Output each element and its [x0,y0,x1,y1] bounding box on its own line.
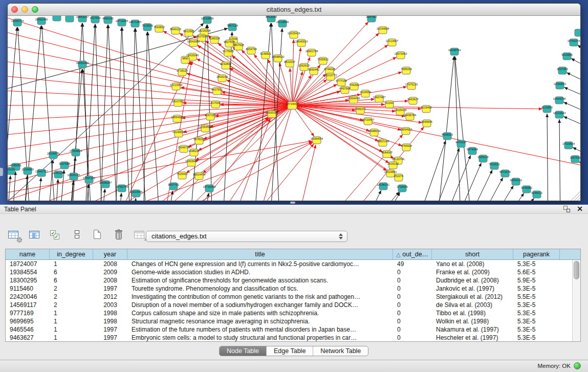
graph-node[interactable]: 9699695 [421,120,432,127]
graph-node[interactable]: 18300295 [266,111,278,118]
graph-node[interactable]: 252274 [394,174,403,181]
column-header-short[interactable]: short [432,249,513,259]
graph-node[interactable]: 19218596 [276,20,289,27]
graph-node[interactable]: 417004 [211,101,220,108]
table-cell[interactable]: Tourette syndrome. Phenomenology and cla… [127,285,393,293]
graph-node[interactable]: 7485063 [401,67,411,74]
table-cell[interactable]: Structural magnetic resonance image aver… [127,317,393,325]
graph-node[interactable]: 11156869 [21,167,34,174]
table-select-dropdown[interactable]: citations_edges.txt [146,231,347,242]
graph-node[interactable]: 8813054 [266,16,276,22]
column-header-title[interactable]: title [127,249,393,259]
table-cell[interactable]: 0 [393,293,432,301]
graph-node[interactable]: 10654112 [510,178,522,185]
graph-node[interactable]: 13654923 [400,127,412,135]
graph-node[interactable]: 8660123 [170,27,181,34]
graph-node[interactable]: 6479197 [455,140,466,147]
table-cell[interactable]: 2003 [93,301,127,309]
graph-hub-node[interactable]: 18724007 [286,102,298,110]
table-cell[interactable]: 2 [50,285,93,293]
table-cell[interactable]: Tibbo et al. (1998) [432,309,513,317]
graph-node[interactable]: 1615132 [387,162,398,169]
table-cell[interactable]: Changes of HCN gene expression and I(f) … [127,260,393,268]
table-cell[interactable]: 5.5E-5 [513,293,560,301]
splitter-grip[interactable] [290,202,295,204]
table-row[interactable]: 1938455462009Genome-wide association stu… [6,268,580,276]
table-cell[interactable]: 2 [50,301,93,309]
graph-node[interactable]: 9115460 [421,105,431,113]
graph-node[interactable]: 2803144 [216,75,227,82]
panel-edge-handle[interactable] [0,168,3,176]
graph-node[interactable]: 8215953 [541,105,552,113]
graph-node[interactable]: 10607487 [373,95,385,102]
graph-node[interactable]: 9457791 [168,183,179,190]
table-cell[interactable]: 6 [50,268,93,276]
table-cell[interactable]: 0 [393,334,432,342]
table-cell[interactable]: 0 [393,309,432,317]
graph-node[interactable]: 2867608 [233,43,244,50]
graph-node[interactable]: 6497568 [339,86,350,94]
table-cell[interactable]: 18300295 [6,276,50,285]
column-header-pagerank[interactable]: pagerank [513,249,560,259]
graph-node[interactable]: 12093832 [554,82,566,89]
table-cell[interactable]: 1 [50,334,93,342]
graph-node[interactable]: 16210772 [324,73,337,80]
graph-node[interactable]: 9777169 [336,79,346,86]
table-cell[interactable]: 1 [50,325,93,334]
column-header-in-degree[interactable]: in_degree [50,249,93,259]
table-cell[interactable]: 1997 [93,325,127,334]
table-cell[interactable]: 49 [393,260,432,268]
graph-node[interactable]: 62160 [385,101,394,108]
graph-node[interactable]: 8822037 [284,60,295,67]
tab-network-table[interactable]: Network Table [313,346,368,356]
graph-node[interactable] [66,16,74,22]
graph-node[interactable]: 9684067 [381,150,392,158]
table-cell[interactable]: 5.9E-5 [513,276,560,285]
table-row[interactable]: 1830029562008Estimation of significance … [6,276,580,285]
graph-node[interactable]: 12213399 [170,83,182,90]
table-cell[interactable]: 5.6E-5 [513,268,560,276]
table-row[interactable]: 977716911998Corpus callosum shape and si… [6,309,580,317]
table-cell[interactable]: 0 [393,325,432,334]
graph-node[interactable]: 7857224 [227,24,237,31]
table-cell[interactable]: Jankovic et al. (1997) [432,285,513,293]
table-cell[interactable]: 0 [393,276,432,285]
network-canvas[interactable]: 8660123891295518226058982750316543382818… [8,16,580,201]
table-row[interactable]: 946554611997Estimation of the future num… [6,325,580,334]
table-cell[interactable]: Yano et al. (2008) [432,260,513,268]
table-cell[interactable]: 2012 [93,293,127,301]
graph-node[interactable]: 16210643 [553,111,565,118]
graph-node[interactable]: 7625402 [177,172,187,179]
graph-node[interactable]: 16782759 [116,185,128,192]
table-cell[interactable]: 9699695 [6,317,50,325]
graph-node[interactable] [575,29,580,36]
graph-node[interactable]: 8454749 [246,47,256,54]
column-header-year[interactable]: year [93,249,127,259]
graph-node[interactable]: 8267150 [205,113,215,120]
network-window-titlebar[interactable]: citations_edges.txt [8,4,580,16]
graph-node[interactable]: 16154808 [377,27,389,34]
graph-node[interactable]: 7663822 [154,25,164,32]
graph-node[interactable]: 16961758 [306,49,318,56]
close-panel-icon[interactable]: ✕ [577,205,583,213]
graph-node[interactable] [53,16,61,21]
graph-node[interactable]: 11451194 [52,171,64,178]
table-row[interactable]: 911546021997Tourette syndrome. Phenomeno… [6,285,580,293]
graph-node[interactable]: 39159 [8,167,15,174]
delete-column-button[interactable] [112,228,126,242]
table-cell[interactable]: Estimation of the future numbers of pati… [127,325,393,334]
graph-node[interactable]: 2718120 [177,69,187,76]
graph-node[interactable]: 8427552 [211,87,222,95]
graph-node[interactable]: 15751074 [568,39,580,46]
table-cell[interactable]: Franke et al. (2009) [432,268,513,276]
graph-node[interactable]: 16914479 [193,172,205,180]
graph-node[interactable]: 19166829 [172,130,185,137]
network-view-window[interactable]: citations_edges.txt 86601238912955182260… [7,3,581,201]
table-cell[interactable]: 5.3E-5 [513,334,560,342]
table-cell[interactable]: 1 [50,309,93,317]
graph-node[interactable]: 20364436 [347,96,360,103]
table-row[interactable]: 1456911722003Disruption of a novel membe… [6,301,580,309]
graph-node[interactable]: 2687682 [366,16,377,22]
graph-node[interactable]: 1733426 [397,185,407,192]
graph-node[interactable]: 7486372 [355,107,365,114]
